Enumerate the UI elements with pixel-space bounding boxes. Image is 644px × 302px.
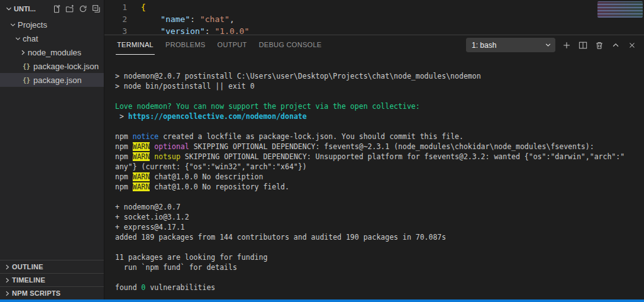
chevron-right-icon [3, 263, 12, 271]
terminal-line: 11 packages are looking for funding [115, 252, 644, 262]
new-terminal-icon [562, 41, 571, 50]
code-line: 1{ [104, 1, 644, 13]
terminal-line: added 189 packages from 144 contributors… [115, 232, 644, 242]
maximize-panel-button[interactable] [609, 38, 623, 52]
chevron-down-icon [8, 21, 18, 29]
new-folder-button[interactable] [63, 2, 76, 15]
terminal-output[interactable]: > nodemon@2.0.7 postinstall C:\Users\use… [104, 55, 644, 299]
workspace-title: UNTI... [14, 5, 36, 13]
terminal-line: > node bin/postinstall || exit 0 [115, 81, 644, 91]
panel-actions [560, 38, 639, 52]
tab-problems[interactable]: PROBLEMS [164, 35, 207, 55]
chevron-down-icon [13, 35, 23, 43]
explorer-header[interactable]: UNTI... [0, 0, 104, 17]
json-file-icon: {} [21, 77, 31, 84]
collapse-all-icon [92, 4, 101, 13]
refresh-explorer-icon [79, 4, 87, 13]
terminal-line: Love nodemon? You can now support the pr… [115, 101, 644, 111]
chevron-down-icon [4, 4, 14, 13]
sidebar-sections: OUTLINE TIMELINE NPM SCRIPTS [0, 260, 104, 299]
chevron-right-icon [18, 48, 28, 57]
line-number: 2 [104, 13, 127, 25]
tree-item-label: Projects [18, 20, 47, 30]
section-label: OUTLINE [12, 263, 43, 271]
terminal-line: + socket.io@3.1.2 [115, 212, 644, 222]
terminal-line: > https://opencollective.com/nodemon/don… [115, 111, 644, 121]
tree-item-Projects[interactable]: Projects [0, 18, 104, 31]
chevron-down-icon [544, 41, 552, 49]
maximize-panel-icon [611, 41, 620, 50]
tree-item-label: package-lock.json [33, 62, 99, 71]
terminal-line [115, 242, 644, 252]
line-number: 1 [104, 1, 127, 13]
json-file-icon: {} [21, 63, 31, 70]
terminal-line [115, 121, 644, 131]
section-timeline[interactable]: TIMELINE [0, 273, 104, 286]
split-terminal-icon [579, 41, 587, 50]
terminal-line: + express@4.17.1 [115, 222, 644, 232]
editor-code[interactable]: 1{2 "name": "chat",3 "version": "1.0.0" [104, 0, 644, 35]
terminal-line: npm WARN optional SKIPPING OPTIONAL DEPE… [115, 142, 644, 152]
tree-item-chat[interactable]: chat [0, 31, 104, 45]
section-npm-scripts[interactable]: NPM SCRIPTS [0, 286, 104, 299]
shell-selector-value: 1: bash [472, 41, 496, 50]
kill-terminal-icon [595, 41, 604, 50]
chevron-right-icon [3, 289, 12, 298]
terminal-line: npm WARN chat@1.0.0 No repository field. [115, 182, 644, 192]
new-file-button[interactable] [50, 2, 63, 15]
close-panel-button[interactable] [625, 38, 639, 52]
code-line: 3 "version": "1.0.0" [104, 25, 644, 35]
tree-item-label: package.json [33, 76, 82, 85]
refresh-explorer-button[interactable] [76, 2, 89, 15]
new-file-icon [52, 4, 61, 13]
terminal-line: npm WARN notsup SKIPPING OPTIONAL DEPEND… [115, 152, 644, 162]
editor-and-panel: 1{2 "name": "chat",3 "version": "1.0.0" … [104, 0, 644, 299]
section-label: TIMELINE [12, 276, 45, 284]
kill-terminal-button[interactable] [592, 38, 606, 52]
terminal-line [115, 192, 644, 202]
chevron-right-icon [3, 276, 12, 284]
tree-item-label: chat [23, 34, 38, 43]
screen-artifact [597, 1, 643, 18]
new-folder-icon [65, 4, 74, 13]
section-outline[interactable]: OUTLINE [0, 260, 104, 273]
terminal-line: any"} (current: {"os":"win32","arch":"x6… [115, 162, 644, 172]
tab-output[interactable]: OUTPUT [216, 35, 248, 55]
tree-item-package-lock.json[interactable]: {}package-lock.json [0, 59, 104, 73]
terminal-line: + nodemon@2.0.7 [115, 202, 644, 212]
terminal-line [115, 272, 644, 282]
terminal-panel: TERMINAL PROBLEMS OUTPUT DEBUG CONSOLE 1… [104, 35, 644, 299]
vscode-window: UNTI... Projectschatnode_modules{}packag… [0, 0, 644, 299]
line-number: 3 [104, 25, 127, 35]
panel-tabs: TERMINAL PROBLEMS OUTPUT DEBUG CONSOLE [116, 35, 323, 55]
collapse-all-button[interactable] [89, 2, 103, 15]
terminal-line [115, 91, 644, 101]
split-terminal-button[interactable] [576, 38, 590, 52]
close-panel-icon [628, 41, 636, 50]
panel-header: TERMINAL PROBLEMS OUTPUT DEBUG CONSOLE 1… [104, 35, 644, 55]
panel-controls: 1: bash [466, 38, 639, 52]
sidebar-actions [50, 2, 103, 15]
terminal-line: run `npm fund` for details [115, 262, 644, 272]
explorer-sidebar: UNTI... Projectschatnode_modules{}packag… [0, 0, 104, 299]
terminal-line: npm WARN chat@1.0.0 No description [115, 172, 644, 182]
terminal-line: found 0 vulnerabilities [115, 282, 644, 293]
code-line: 2 "name": "chat", [104, 13, 644, 25]
terminal-line: > nodemon@2.0.7 postinstall C:\Users\use… [115, 71, 644, 81]
file-tree[interactable]: Projectschatnode_modules{}package-lock.j… [0, 17, 104, 260]
new-terminal-button[interactable] [560, 38, 574, 52]
status-bar [0, 299, 644, 302]
tree-item-label: node_modules [28, 48, 81, 57]
tab-debug-console[interactable]: DEBUG CONSOLE [258, 35, 323, 55]
terminal-shell-selector[interactable]: 1: bash [466, 38, 555, 52]
tree-item-node_modules[interactable]: node_modules [0, 45, 104, 59]
terminal-line: npm notice created a lockfile as package… [115, 131, 644, 142]
tab-terminal[interactable]: TERMINAL [116, 35, 155, 55]
tree-item-package.json[interactable]: {}package.json [0, 73, 104, 87]
section-label: NPM SCRIPTS [12, 289, 60, 297]
